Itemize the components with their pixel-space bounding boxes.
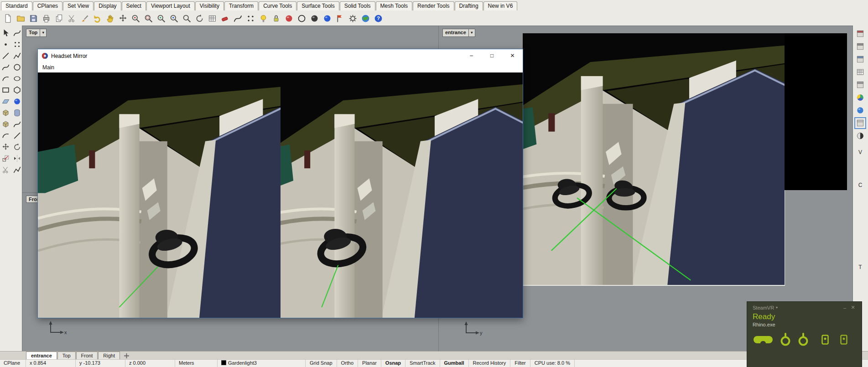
viewport-title-entrance[interactable]: entrance ▾ [442, 29, 475, 37]
zoom-selected-icon[interactable] [168, 12, 180, 24]
viewport-dropdown-icon[interactable]: ▾ [40, 29, 46, 36]
vr-controller-left-icon[interactable] [780, 333, 791, 346]
cut-scissors-icon[interactable] [66, 12, 78, 24]
cplane-button[interactable]: CPlane [0, 360, 26, 367]
menu-item-cplanes[interactable]: CPlanes [33, 1, 62, 10]
chevron-down-icon[interactable]: ▾ [776, 305, 778, 310]
pan-hand-icon[interactable] [104, 12, 116, 24]
render-preview-sphere-icon[interactable] [283, 12, 295, 24]
box-tool-icon[interactable] [0, 108, 11, 118]
menu-item-visibility[interactable]: Visibility [195, 1, 224, 10]
rotate-tool-icon[interactable] [12, 142, 22, 152]
viewport-tab-right[interactable]: Right [98, 351, 120, 360]
render-settings-panel-icon[interactable] [855, 131, 865, 141]
point-grid-icon[interactable] [12, 39, 22, 50]
wireframe-sphere-icon[interactable] [296, 12, 307, 24]
scale-tool-icon[interactable] [0, 153, 11, 164]
menu-item-viewport-layout[interactable]: Viewport Layout [146, 1, 195, 10]
status-toggle-filter[interactable]: Filter [510, 360, 530, 367]
zoom-target-icon[interactable] [181, 12, 192, 24]
minimize-button[interactable]: – [461, 49, 482, 62]
menu-item-new-in-v6[interactable]: New in V6 [483, 1, 518, 10]
polygon-tool-icon[interactable] [12, 85, 22, 95]
color-wheel-icon[interactable] [855, 93, 865, 103]
fillet-tool-icon[interactable] [0, 130, 11, 141]
extrude-tool-icon[interactable] [0, 119, 11, 129]
loft-tool-icon[interactable] [12, 119, 22, 129]
join-tool-icon[interactable] [12, 165, 22, 175]
layer-pane[interactable]: Gardenlight3 [218, 360, 306, 367]
menu-item-set-view[interactable]: Set View [63, 1, 94, 10]
copy-icon[interactable] [53, 12, 65, 24]
delete-eraser-icon[interactable] [219, 12, 231, 24]
headset-mirror-window[interactable]: Headset Mirror – □ ✕ Main [37, 49, 523, 318]
shaded-sphere-icon[interactable] [308, 12, 320, 24]
menu-item-select[interactable]: Select [122, 1, 146, 10]
close-button[interactable]: ✕ [502, 49, 523, 62]
steamvr-window[interactable]: SteamVR ▾ – ✕ Ready Rhino.exe [747, 301, 862, 367]
status-toggle-osnap[interactable]: Osnap [381, 360, 405, 367]
zoom-extents-icon[interactable] [155, 12, 167, 24]
single-point-icon[interactable] [0, 39, 11, 50]
status-toggle-planar[interactable]: Planar [358, 360, 381, 367]
menu-item-mesh-tools[interactable]: Mesh Tools [376, 1, 412, 10]
circle-tool-icon[interactable] [12, 62, 22, 72]
panel-tab-v[interactable]: V [858, 149, 862, 155]
move-tool-icon[interactable] [0, 142, 11, 152]
new-file-icon[interactable] [2, 12, 14, 24]
base-station-right-icon[interactable] [840, 335, 847, 345]
viewport-title-front[interactable]: Front [26, 196, 39, 203]
vr-controller-right-icon[interactable] [797, 333, 809, 346]
menu-item-main[interactable]: Main [42, 64, 54, 71]
checkpoint-flag-icon[interactable] [334, 12, 346, 24]
new-viewport-icon[interactable] [120, 351, 133, 360]
layers-panel-icon[interactable] [855, 41, 865, 52]
panel-tab-c[interactable]: C [858, 182, 863, 188]
menu-item-standard[interactable]: Standard [1, 1, 32, 10]
material-sphere-icon[interactable] [855, 105, 865, 115]
headset-mirror-titlebar[interactable]: Headset Mirror – □ ✕ [38, 49, 523, 62]
status-toggle-grid-snap[interactable]: Grid Snap [306, 360, 337, 367]
viewport-tab-entrance[interactable]: entrance [26, 351, 57, 360]
menu-item-curve-tools[interactable]: Curve Tools [259, 1, 296, 10]
curve-tool-icon[interactable] [0, 62, 11, 72]
notes-panel-icon[interactable] [855, 80, 865, 90]
status-toggle-ortho[interactable]: Ortho [337, 360, 359, 367]
menu-item-display[interactable]: Display [94, 1, 121, 10]
earth-globe-icon[interactable] [359, 12, 371, 24]
lasso-select-icon[interactable] [12, 28, 22, 38]
light-bulb-icon[interactable] [257, 12, 269, 24]
viewport-dropdown-icon[interactable]: ▾ [468, 29, 475, 36]
ellipse-tool-icon[interactable] [12, 73, 22, 84]
base-station-left-icon[interactable] [821, 335, 829, 345]
status-toggle-smarttrack[interactable]: SmartTrack [405, 360, 440, 367]
select-arrow-icon[interactable] [0, 28, 11, 38]
menu-item-transform[interactable]: Transform [224, 1, 258, 10]
lock-toggle-icon[interactable] [270, 12, 282, 24]
menu-item-render-tools[interactable]: Render Tools [413, 1, 454, 10]
sphere-tool-icon[interactable] [12, 96, 22, 107]
object-snap-panel-icon[interactable] [855, 67, 865, 77]
print-icon[interactable] [40, 12, 52, 24]
panel-tab-t[interactable]: T [858, 264, 862, 270]
menu-item-surface-tools[interactable]: Surface Tools [297, 1, 339, 10]
rotate-view-icon[interactable] [193, 12, 205, 24]
vr-headset-icon[interactable] [753, 334, 774, 345]
entrance-render-view[interactable] [523, 33, 785, 286]
named-views-table-icon[interactable] [206, 12, 218, 24]
move-cross-icon[interactable] [117, 12, 129, 24]
rendered-sphere-icon[interactable] [321, 12, 333, 24]
display-panel-icon[interactable] [855, 54, 865, 64]
steamvr-minimize-button[interactable]: – [841, 305, 849, 310]
trim-scissors-icon[interactable] [0, 165, 11, 175]
viewport-title-top[interactable]: Top ▾ [26, 29, 47, 37]
status-toggle-record-history[interactable]: Record History [469, 360, 511, 367]
cylinder-tool-icon[interactable] [12, 108, 22, 118]
status-toggle-gumball[interactable]: Gumball [440, 360, 469, 367]
maximize-button[interactable]: □ [482, 49, 502, 62]
menu-item-solid-tools[interactable]: Solid Tools [340, 1, 375, 10]
polyline-tool-icon[interactable] [12, 51, 22, 61]
zoom-window-icon[interactable] [142, 12, 154, 24]
help-circle-icon[interactable] [372, 12, 384, 24]
open-file-icon[interactable] [15, 12, 26, 24]
